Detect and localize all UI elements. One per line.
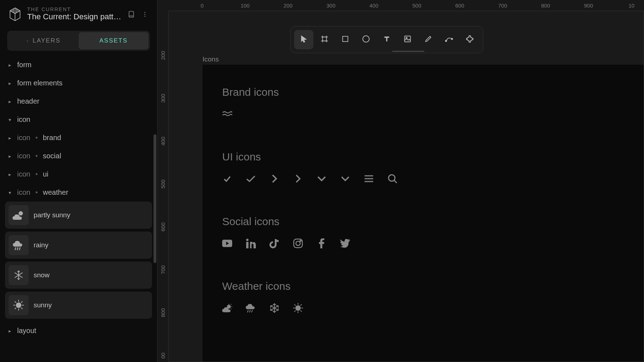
svg-rect-8 [405, 36, 411, 42]
svg-rect-0 [129, 11, 134, 18]
tree-group-layout[interactable]: ▸layout [5, 322, 152, 340]
rainy-icon[interactable] [246, 303, 256, 314]
tree-group-header[interactable]: ▸header [5, 92, 152, 110]
search-icon[interactable] [387, 174, 397, 185]
rainy-thumb-icon [9, 235, 29, 255]
ruler-tick: 00 [160, 353, 166, 359]
panel-tabs: ‹ LAYERS ASSETS [7, 31, 150, 51]
facebook-icon[interactable] [317, 238, 327, 250]
chevron-down-icon: ▾ [9, 117, 14, 123]
ruler-tick: 900 [584, 3, 593, 9]
asset-rainy[interactable]: rainy [5, 232, 152, 259]
tree-label: brand [43, 134, 61, 142]
toolbar-indicator [392, 51, 424, 52]
sunny-thumb-icon [9, 295, 29, 315]
svg-point-18 [300, 240, 301, 242]
tool-text[interactable] [377, 30, 396, 49]
asset-snow[interactable]: snow [5, 262, 152, 289]
page-title[interactable]: The Current: Design patt… [27, 12, 122, 21]
tool-frame[interactable] [315, 30, 334, 49]
asset-label: snow [34, 271, 49, 279]
section-weather-title: Weather icons [222, 280, 624, 292]
chevron-down-icon: ▾ [9, 190, 14, 195]
canvas[interactable]: Icons Brand icons UI icons [168, 11, 644, 362]
tree-label: form elements [17, 79, 63, 87]
svg-point-20 [296, 306, 300, 310]
ruler-tick: 0 [201, 3, 204, 9]
menu-icon[interactable] [364, 174, 374, 185]
toolbar [290, 26, 483, 53]
tool-pencil[interactable] [419, 30, 438, 49]
ruler-tick: 10 [629, 3, 635, 9]
snow-icon[interactable] [269, 303, 279, 314]
social-icon-row [222, 238, 624, 250]
sunny-icon[interactable] [293, 303, 303, 314]
ruler-tick: 200 [160, 51, 166, 60]
wave-icon[interactable] [222, 109, 232, 120]
linkedin-icon[interactable] [246, 238, 256, 250]
asset-tree[interactable]: ▸form▸form elements▸header▾icon▸icon•bra… [0, 56, 157, 362]
tree-group-weather[interactable]: ▾icon•weather [5, 183, 152, 202]
tool-curve[interactable] [439, 30, 459, 49]
twitter-icon[interactable] [340, 238, 350, 250]
tree-group-brand[interactable]: ▸icon•brand [5, 129, 152, 147]
section-brand-title: Brand icons [222, 86, 624, 98]
ruler-tick: 500 [160, 179, 166, 188]
chevron-down-large-icon[interactable] [340, 174, 350, 185]
svg-point-11 [451, 38, 453, 40]
check-small-icon[interactable] [222, 174, 232, 185]
chevron-right-large-icon[interactable] [293, 174, 303, 185]
book-icon[interactable] [126, 9, 136, 19]
instagram-icon[interactable] [293, 238, 303, 250]
svg-point-1 [145, 12, 146, 13]
tab-layers[interactable]: ‹ LAYERS [9, 32, 79, 49]
tree-group-ui[interactable]: ▸icon•ui [5, 165, 152, 183]
ellipse-icon [362, 35, 370, 45]
tool-image[interactable] [398, 30, 417, 49]
svg-point-4 [19, 211, 23, 215]
sidebar-header: THE CURRENT The Current: Design patt… [0, 0, 157, 27]
asset-label: partly sunny [34, 211, 70, 219]
chevron-right-icon: ▸ [9, 80, 14, 86]
tool-plugin[interactable] [460, 30, 479, 49]
tab-assets[interactable]: ASSETS [79, 32, 149, 49]
chevron-left-icon: ‹ [27, 38, 29, 44]
ruler-tick: 400 [160, 137, 166, 145]
breadcrumb[interactable]: THE CURRENT [27, 6, 122, 12]
app-logo-icon[interactable] [7, 6, 23, 22]
brand-icon-row [222, 109, 624, 120]
ruler-tick: 800 [541, 3, 550, 9]
svg-point-17 [296, 241, 300, 246]
tree-group-form-elements[interactable]: ▸form elements [5, 74, 152, 92]
tiktok-icon[interactable] [269, 238, 279, 250]
artboard-icons[interactable]: Brand icons UI icons [203, 65, 644, 362]
youtube-icon[interactable] [222, 238, 232, 250]
chevron-down-small-icon[interactable] [317, 174, 327, 185]
tool-select[interactable] [294, 30, 313, 49]
artboard-label[interactable]: Icons [203, 55, 219, 63]
chevron-right-icon: ▸ [9, 328, 14, 334]
ruler-horizontal: 010020030040050060070080090010 [168, 0, 644, 11]
chevron-right-icon: ▸ [9, 135, 14, 141]
canvas-area[interactable]: 010020030040050060070080090010 200300400… [157, 0, 644, 362]
scrollbar[interactable] [153, 134, 156, 263]
tool-ellipse[interactable] [356, 30, 376, 49]
asset-sunny[interactable]: sunny [5, 292, 152, 319]
svg-point-12 [389, 175, 395, 181]
more-vertical-icon[interactable] [140, 9, 150, 19]
tree-label: header [17, 97, 39, 105]
partly-sunny-icon[interactable] [222, 303, 232, 314]
tab-assets-label: ASSETS [99, 37, 128, 44]
asset-partly-sunny[interactable]: partly sunny [5, 202, 152, 229]
svg-point-7 [363, 36, 369, 42]
tree-group-social[interactable]: ▸icon•social [5, 147, 152, 165]
ruler-tick: 500 [412, 3, 421, 9]
section-ui-title: UI icons [222, 151, 624, 163]
tree-group-icon[interactable]: ▾icon [5, 110, 152, 129]
ruler-vertical: 20030040050060070080000 [157, 11, 168, 362]
chevron-right-small-icon[interactable] [269, 174, 279, 185]
tool-rectangle[interactable] [336, 30, 355, 49]
tree-group-form[interactable]: ▸form [5, 56, 152, 74]
check-large-icon[interactable] [246, 174, 256, 185]
image-icon [404, 35, 411, 44]
